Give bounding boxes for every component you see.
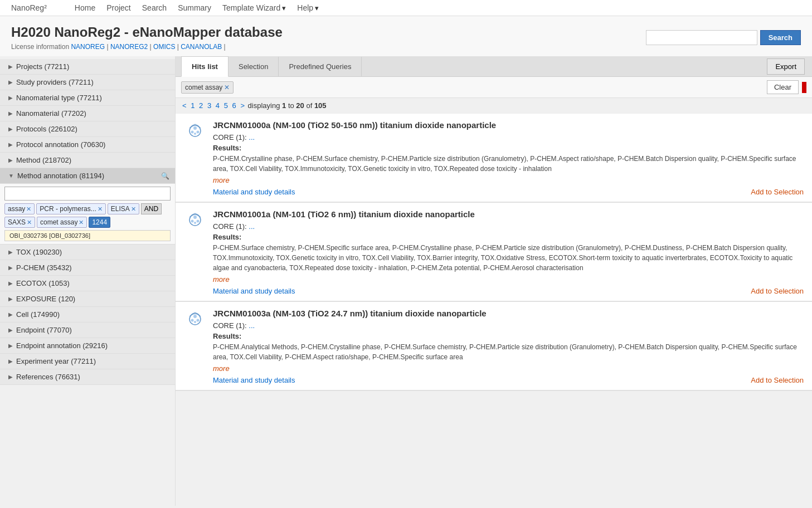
pagination-4[interactable]: 4: [216, 101, 220, 110]
pagination-5[interactable]: 5: [224, 101, 228, 110]
tab-predefined-queries[interactable]: Predefined Queries: [279, 57, 362, 76]
tag-elisa[interactable]: ELISA ✕: [108, 203, 139, 214]
result-icon-2: [184, 209, 206, 295]
sidebar-item-ecotox[interactable]: ▶ ECOTOX (1053): [0, 276, 175, 291]
tag-saxs[interactable]: SAXS ✕: [4, 217, 35, 228]
tag-assay[interactable]: assay ✕: [4, 203, 35, 214]
svg-point-6: [193, 216, 197, 219]
license-nanoreg[interactable]: NANOREG: [71, 43, 105, 51]
result-more-link-2[interactable]: more: [213, 275, 230, 284]
references-expand-icon: ▶: [8, 374, 13, 380]
pagination-6[interactable]: 6: [232, 101, 236, 110]
sidebar-item-study-providers[interactable]: ▶ Study providers (77211): [0, 75, 175, 90]
template-wizard-dropdown-icon: ▾: [282, 4, 286, 12]
sidebar-item-protocols[interactable]: ▶ Protocols (226102): [0, 121, 175, 137]
sidebar: ▶ Projects (77211) ▶ Study providers (77…: [0, 56, 176, 506]
pagination-2[interactable]: 2: [199, 101, 203, 110]
license-cananolab[interactable]: CANANOLAB: [181, 43, 222, 51]
nav-home[interactable]: Home: [75, 3, 95, 12]
pagination-prev[interactable]: <: [182, 101, 187, 110]
nav-summary[interactable]: Summary: [178, 3, 211, 12]
tag-saxs-close[interactable]: ✕: [27, 219, 32, 226]
license-nanoreg2[interactable]: NANOREG2: [110, 43, 148, 51]
tag-comet-assay-close[interactable]: ✕: [79, 219, 84, 226]
sidebar-item-endpoint-annotation[interactable]: ▶ Endpoint annotation (29216): [0, 338, 175, 354]
clear-button[interactable]: Clear: [767, 80, 799, 94]
tag-elisa-close[interactable]: ✕: [131, 206, 136, 213]
result-core-link-2[interactable]: ...: [249, 222, 255, 231]
active-filter-tag[interactable]: comet assay ✕: [181, 81, 234, 94]
nav-project[interactable]: Project: [106, 3, 131, 12]
svg-point-11: [193, 315, 197, 318]
result-details-3[interactable]: Material and study details: [213, 376, 295, 384]
tab-selection[interactable]: Selection: [228, 57, 279, 76]
sidebar-item-nanomaterial-type[interactable]: ▶ Nanomaterial type (77211): [0, 90, 175, 106]
sidebar-item-endpoint[interactable]: ▶ Endpoint (77070): [0, 323, 175, 338]
tag-count: 1244: [89, 217, 110, 228]
pagination-bar: < 1 2 3 4 5 6 > displaying 1 to 20 of 10…: [176, 98, 812, 114]
nav-help[interactable]: Help ▾: [297, 3, 319, 12]
sidebar-item-cell[interactable]: ▶ Cell (174990): [0, 307, 175, 323]
and-button[interactable]: AND: [141, 203, 162, 214]
sidebar-item-exposure[interactable]: ▶ EXPOSURE (120): [0, 291, 175, 307]
tag-assay-close[interactable]: ✕: [26, 206, 31, 213]
svg-point-9: [194, 222, 196, 224]
filter-tag-icon: ✕: [224, 84, 230, 91]
method-annotation-search-icon: 🔍: [161, 172, 169, 180]
pagination-info: displaying 1 to 20 of 105: [248, 101, 327, 110]
nav-template-wizard[interactable]: Template Wizard ▾: [222, 3, 286, 12]
header-search-button[interactable]: Search: [760, 30, 801, 45]
result-add-selection-1[interactable]: Add to Selection: [751, 188, 804, 196]
sidebar-item-method-annotation[interactable]: ▼ Method annotation (81194) 🔍: [0, 168, 175, 184]
pagination-3[interactable]: 3: [207, 101, 211, 110]
svg-point-14: [194, 321, 196, 323]
result-title-1: JRCNM01000a (NM-100 (TiO2 50-150 nm)) ti…: [213, 120, 804, 130]
sidebar-item-protocol-annotation[interactable]: ▶ Protocol annotation (70630): [0, 137, 175, 153]
tag-pcr-close[interactable]: ✕: [98, 206, 103, 213]
svg-point-1: [193, 126, 197, 130]
result-core-2: CORE (1): ...: [213, 222, 804, 231]
pagination-1[interactable]: 1: [191, 101, 195, 110]
sidebar-item-pchem[interactable]: ▶ P-CHEM (35432): [0, 260, 175, 276]
experiment-year-expand-icon: ▶: [8, 358, 13, 364]
method-expand-icon: ▶: [8, 157, 13, 163]
sidebar-item-method[interactable]: ▶ Method (218702): [0, 153, 175, 168]
nanoparticle-icon-2: [187, 212, 203, 228]
title-area: H2020 NanoReg2 - eNanoMapper database Li…: [11, 25, 283, 51]
result-core-link-1[interactable]: ...: [249, 133, 255, 141]
result-more-link-3[interactable]: more: [213, 364, 230, 373]
ecotox-expand-icon: ▶: [8, 280, 13, 286]
sidebar-item-experiment-year[interactable]: ▶ Experiment year (77211): [0, 354, 175, 369]
export-button[interactable]: Export: [767, 58, 805, 75]
sidebar-item-tox[interactable]: ▶ TOX (190230): [0, 245, 175, 260]
result-label-3: Results:: [213, 332, 804, 340]
result-core-link-3[interactable]: ...: [249, 321, 255, 330]
tab-hits-list[interactable]: Hits list: [181, 56, 228, 77]
svg-point-8: [191, 220, 194, 223]
result-more-link-1[interactable]: more: [213, 176, 230, 184]
result-footer-3: Material and study details Add to Select…: [213, 376, 804, 384]
obi-search-input[interactable]: OBI: [4, 187, 171, 201]
tag-pcr[interactable]: PCR - polymeras... ✕: [36, 203, 105, 214]
result-results-3: P-CHEM.Analytical Methods, P-CHEM.Crysta…: [213, 342, 804, 362]
license-omics[interactable]: OMICS: [153, 43, 175, 51]
result-add-selection-2[interactable]: Add to Selection: [751, 287, 804, 295]
sidebar-item-nanomaterial[interactable]: ▶ Nanomaterial (77202): [0, 106, 175, 121]
svg-point-4: [194, 133, 196, 135]
header-search-input[interactable]: [646, 30, 757, 45]
exposure-expand-icon: ▶: [8, 296, 13, 302]
svg-point-12: [197, 319, 200, 322]
help-dropdown-icon: ▾: [315, 4, 319, 12]
result-core-1: CORE (1): ...: [213, 133, 804, 141]
result-details-2[interactable]: Material and study details: [213, 287, 295, 295]
nav-search[interactable]: Search: [142, 3, 167, 12]
result-footer-2: Material and study details Add to Select…: [213, 287, 804, 295]
nanoparticle-icon-3: [187, 311, 203, 328]
filter-tag-label: comet assay: [185, 84, 222, 91]
sidebar-item-references[interactable]: ▶ References (76631): [0, 369, 175, 385]
result-details-1[interactable]: Material and study details: [213, 188, 295, 196]
tag-comet-assay[interactable]: comet assay ✕: [37, 217, 87, 228]
result-add-selection-3[interactable]: Add to Selection: [751, 376, 804, 384]
sidebar-item-projects[interactable]: ▶ Projects (77211): [0, 59, 175, 75]
pagination-next[interactable]: >: [240, 101, 245, 110]
